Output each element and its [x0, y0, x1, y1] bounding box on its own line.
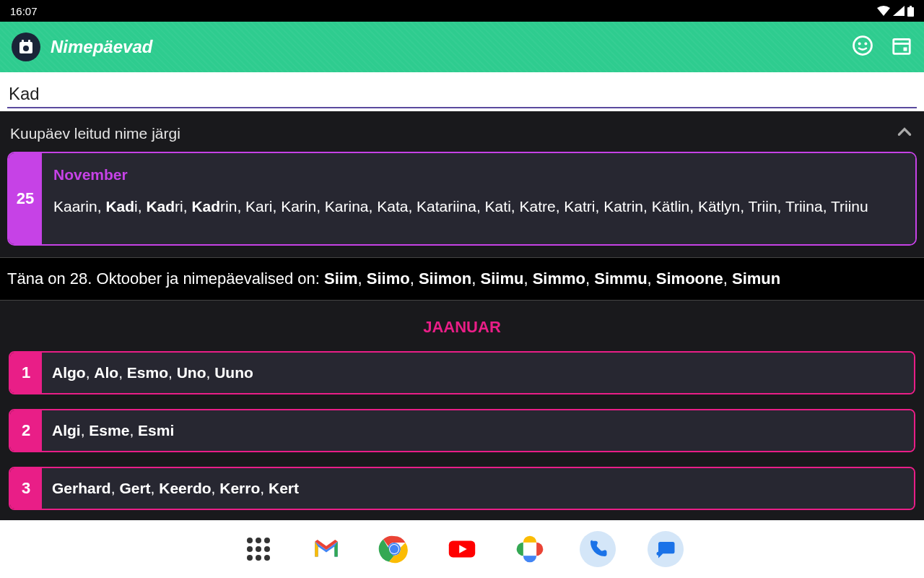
result-names: Kaarin, Kadi, Kadri, Kadrin, Kari, Karin…	[53, 195, 904, 218]
status-right	[877, 6, 914, 17]
phone-icon[interactable]	[580, 531, 616, 567]
svg-rect-0	[907, 7, 914, 17]
svg-point-6	[854, 37, 872, 55]
app-title: Nimepäevad	[51, 37, 852, 57]
navigation-dock	[0, 520, 924, 578]
today-prefix: Täna on 28. Oktoober ja nimepäevalised o…	[7, 269, 324, 288]
wifi-icon	[877, 6, 890, 16]
found-label: Kuupäev leitud nime järgi	[10, 125, 180, 142]
face-icon[interactable]	[852, 35, 873, 59]
day-row[interactable]: 3 Gerhard, Gert, Keerdo, Kerro, Kert	[9, 467, 915, 510]
day-names: Gerhard, Gert, Keerdo, Kerro, Kert	[42, 468, 914, 509]
svg-rect-4	[28, 40, 30, 43]
search-input[interactable]	[7, 81, 917, 108]
svg-point-7	[858, 43, 861, 46]
month-header: JAANUAR	[0, 301, 924, 351]
svg-point-21	[657, 552, 661, 556]
photos-icon[interactable]	[512, 531, 548, 567]
chrome-icon[interactable]	[376, 531, 412, 567]
svg-point-14	[390, 545, 398, 553]
status-time: 16:07	[10, 5, 38, 17]
apps-drawer-icon[interactable]	[240, 531, 276, 567]
svg-rect-3	[22, 40, 24, 43]
battery-icon	[907, 6, 914, 17]
svg-rect-20	[523, 543, 536, 556]
youtube-icon[interactable]	[444, 531, 480, 567]
svg-rect-1	[910, 6, 912, 7]
day-number: 3	[10, 468, 42, 509]
result-card[interactable]: 25 November Kaarin, Kadi, Kadri, Kadrin,…	[7, 152, 917, 246]
svg-rect-9	[894, 39, 910, 53]
chevron-up-icon[interactable]	[895, 123, 914, 144]
signal-icon	[893, 6, 905, 16]
today-bar: Täna on 28. Oktoober ja nimepäevalised o…	[0, 257, 924, 301]
day-number: 2	[10, 410, 42, 451]
search-wrap	[0, 72, 924, 111]
app-bar: Nimepäevad	[0, 22, 924, 72]
result-month: November	[53, 163, 904, 186]
svg-rect-11	[904, 48, 907, 51]
day-number: 1	[10, 353, 42, 393]
calendar-icon[interactable]	[891, 35, 912, 59]
svg-point-8	[864, 43, 867, 46]
messages-icon[interactable]	[648, 531, 684, 567]
day-names: Algi, Esme, Esmi	[42, 410, 914, 451]
today-names: Siim, Siimo, Siimon, Siimu, Simmo, Simmu…	[324, 269, 780, 288]
day-list: 1 Algo, Alo, Esmo, Uno, Uuno 2 Algi, Esm…	[0, 351, 924, 539]
found-section: Kuupäev leitud nime järgi 25 November Ka…	[0, 111, 924, 257]
status-bar: 16:07	[0, 0, 924, 22]
app-logo-icon	[12, 33, 40, 61]
gmail-icon[interactable]	[308, 531, 344, 567]
day-row[interactable]: 1 Algo, Alo, Esmo, Uno, Uuno	[9, 351, 915, 394]
svg-point-5	[23, 46, 29, 51]
day-names: Algo, Alo, Esmo, Uno, Uuno	[42, 353, 914, 393]
day-row[interactable]: 2 Algi, Esme, Esmi	[9, 409, 915, 452]
result-day-number: 25	[9, 153, 42, 244]
